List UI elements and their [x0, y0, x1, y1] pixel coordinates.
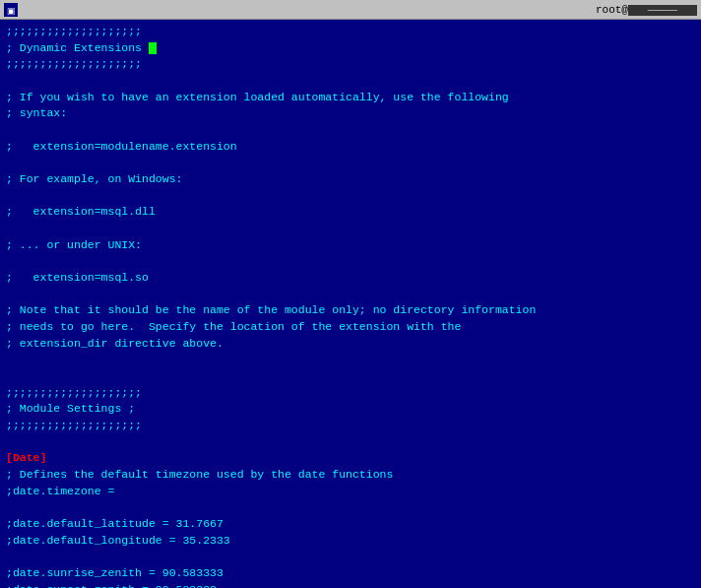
- line-14: ; ... or under UNIX:: [6, 237, 695, 254]
- line-5: ; If you wish to have an extension loade…: [6, 90, 695, 106]
- terminal-icon: ▣: [4, 3, 18, 17]
- line-29: ;date.timezone =: [6, 484, 695, 500]
- svg-text:▣: ▣: [7, 6, 16, 16]
- line-22: [6, 368, 695, 385]
- line-16: ; extension=msql.so: [6, 270, 695, 287]
- line-25: ;;;;;;;;;;;;;;;;;;;;: [6, 418, 695, 434]
- line-15: [6, 253, 695, 270]
- line-2: ; Dynamic Extensions: [6, 40, 695, 57]
- line-28: ; Defines the default timezone used by t…: [6, 467, 695, 484]
- line-33: [6, 550, 695, 566]
- line-23: ;;;;;;;;;;;;;;;;;;;;: [6, 385, 695, 402]
- line-19: ; needs to go here. Specify the location…: [6, 319, 695, 336]
- line-7: [6, 122, 695, 139]
- line-1: ;;;;;;;;;;;;;;;;;;;;: [6, 24, 695, 40]
- line-8: ; extension=modulename.extension: [6, 139, 695, 156]
- line-35: ;date.sunset_zenith = 90.583333: [6, 582, 695, 588]
- line-26: [6, 434, 695, 451]
- terminal-window: ;;;;;;;;;;;;;;;;;;;; ; Dynamic Extension…: [0, 20, 701, 588]
- line-17: [6, 287, 695, 303]
- line-4: [6, 73, 695, 90]
- line-30: [6, 499, 695, 516]
- line-9: [6, 155, 695, 171]
- line-11: [6, 188, 695, 205]
- title-bar-user: root@―――――: [596, 4, 697, 16]
- line-34: ;date.sunrise_zenith = 90.583333: [6, 565, 695, 582]
- line-32: ;date.default_longitude = 35.2333: [6, 533, 695, 550]
- line-6: ; syntax:: [6, 105, 695, 122]
- line-31: ;date.default_latitude = 31.7667: [6, 516, 695, 533]
- line-24: ; Module Settings ;: [6, 401, 695, 418]
- title-bar-left: ▣: [4, 3, 18, 17]
- line-20: ; extension_dir directive above.: [6, 336, 695, 353]
- line-21: [6, 352, 695, 368]
- line-27: [Date]: [6, 450, 695, 467]
- line-18: ; Note that it should be the name of the…: [6, 302, 695, 319]
- title-bar: ▣ root@―――――: [0, 0, 701, 20]
- line-3: ;;;;;;;;;;;;;;;;;;;;: [6, 56, 695, 73]
- cursor: [149, 42, 157, 54]
- line-13: [6, 221, 695, 237]
- line-12: ; extension=msql.dll: [6, 204, 695, 221]
- line-10: ; For example, on Windows:: [6, 171, 695, 188]
